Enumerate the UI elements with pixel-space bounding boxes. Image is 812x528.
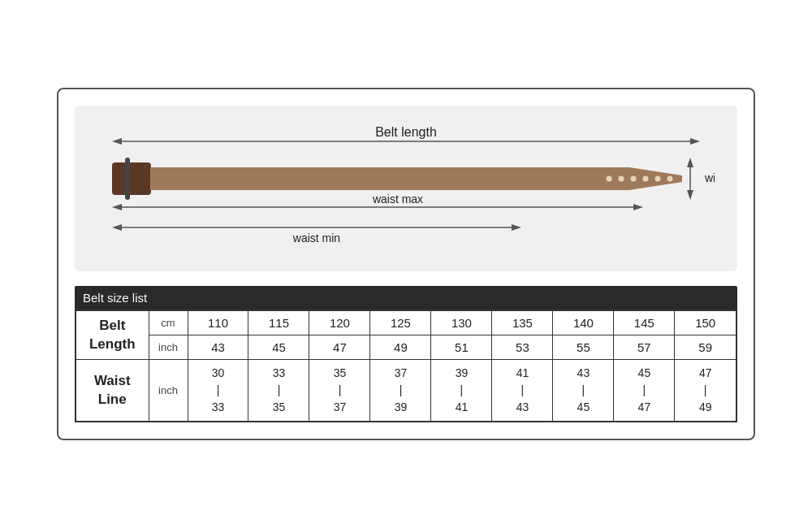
svg-point-8 bbox=[607, 176, 612, 182]
waist-33-35: 33|35 bbox=[248, 360, 309, 422]
svg-marker-24 bbox=[512, 224, 521, 231]
belt-length-cm-unit: cm bbox=[149, 310, 188, 335]
belt-cm-130: 130 bbox=[431, 310, 492, 335]
belt-length-inch-unit: inch bbox=[149, 335, 188, 360]
belt-cm-150: 150 bbox=[675, 310, 736, 335]
svg-point-13 bbox=[667, 176, 673, 182]
belt-diagram: Belt length bbox=[75, 106, 737, 271]
belt-inch-49: 49 bbox=[370, 335, 431, 360]
table-row-waist: WaistLine inch 30|33 33|35 35|37 37|39 3… bbox=[76, 360, 736, 422]
belt-cm-115: 115 bbox=[248, 310, 309, 335]
size-table: BeltLength cm 110 115 120 125 130 135 14… bbox=[75, 309, 737, 422]
belt-cm-125: 125 bbox=[370, 310, 431, 335]
svg-marker-20 bbox=[633, 204, 643, 210]
svg-rect-5 bbox=[125, 158, 130, 200]
waist-line-label: WaistLine bbox=[76, 360, 149, 422]
belt-inch-47: 47 bbox=[309, 335, 370, 360]
belt-diagram-svg: Belt length bbox=[97, 122, 715, 252]
belt-inch-53: 53 bbox=[492, 335, 553, 360]
svg-point-11 bbox=[643, 176, 649, 182]
waist-45-47: 45|47 bbox=[614, 360, 675, 422]
waist-43-45: 43|45 bbox=[553, 360, 614, 422]
belt-inch-43: 43 bbox=[188, 335, 248, 360]
svg-marker-16 bbox=[687, 190, 693, 200]
table-row-belt-inch: inch 43 45 47 49 51 53 55 57 59 bbox=[76, 335, 736, 360]
belt-inch-51: 51 bbox=[431, 335, 492, 360]
svg-text:width: width bbox=[704, 171, 715, 184]
waist-unit: inch bbox=[149, 360, 188, 422]
belt-svg-container: Belt length bbox=[99, 122, 713, 252]
svg-point-9 bbox=[619, 176, 624, 182]
svg-text:waist max: waist max bbox=[372, 193, 423, 206]
svg-marker-19 bbox=[112, 204, 122, 210]
svg-rect-4 bbox=[112, 162, 151, 195]
waist-30-33: 30|33 bbox=[188, 360, 248, 422]
waist-41-43: 41|43 bbox=[492, 360, 553, 422]
svg-text:Belt length: Belt length bbox=[375, 125, 437, 139]
main-card: Belt length bbox=[57, 88, 755, 440]
belt-inch-45: 45 bbox=[248, 335, 309, 360]
svg-marker-23 bbox=[112, 224, 122, 231]
svg-point-12 bbox=[655, 176, 661, 182]
belt-inch-55: 55 bbox=[553, 335, 614, 360]
waist-47-49: 47|49 bbox=[675, 360, 736, 422]
waist-39-41: 39|41 bbox=[431, 360, 492, 422]
belt-length-label: BeltLength bbox=[76, 310, 149, 360]
belt-inch-57: 57 bbox=[614, 335, 675, 360]
svg-point-10 bbox=[631, 176, 637, 182]
size-list-header: Belt size list bbox=[75, 286, 737, 309]
size-list-title: Belt size list bbox=[83, 291, 147, 305]
svg-marker-3 bbox=[690, 138, 700, 145]
belt-cm-110: 110 bbox=[188, 310, 248, 335]
belt-cm-120: 120 bbox=[309, 310, 370, 335]
waist-35-37: 35|37 bbox=[309, 360, 370, 422]
belt-cm-140: 140 bbox=[553, 310, 614, 335]
belt-cm-135: 135 bbox=[492, 310, 553, 335]
svg-marker-15 bbox=[687, 158, 693, 167]
waist-37-39: 37|39 bbox=[370, 360, 431, 422]
svg-marker-2 bbox=[112, 138, 122, 145]
belt-inch-59: 59 bbox=[675, 335, 736, 360]
svg-rect-6 bbox=[150, 167, 629, 190]
belt-cm-145: 145 bbox=[614, 310, 675, 335]
svg-text:waist min: waist min bbox=[292, 232, 340, 245]
table-row-belt-cm: BeltLength cm 110 115 120 125 130 135 14… bbox=[76, 310, 736, 335]
